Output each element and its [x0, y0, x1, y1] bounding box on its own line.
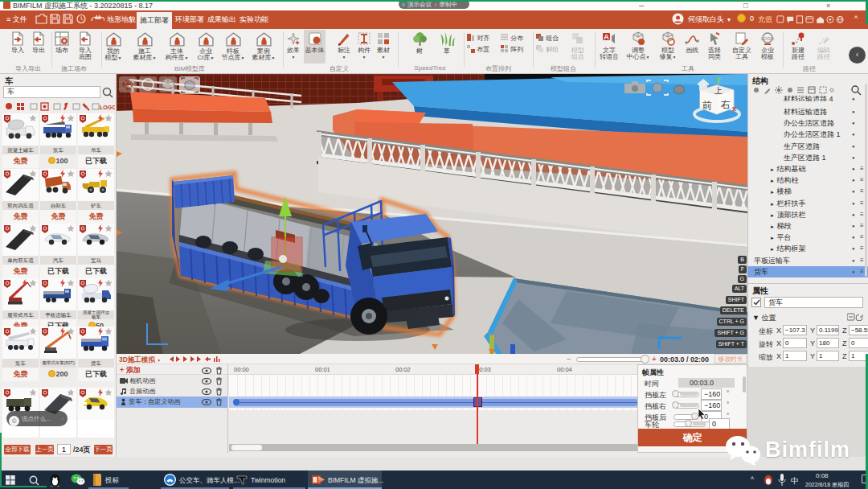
svg-text:A: A — [604, 33, 609, 41]
svg-text:x: x — [732, 105, 736, 113]
svg-text:右: 右 — [720, 99, 731, 110]
svg-text:y: y — [716, 75, 721, 84]
svg-text:LOGO: LOGO — [761, 36, 775, 41]
svg-text:LOGO: LOGO — [100, 105, 115, 110]
svg-text:上: 上 — [714, 86, 723, 95]
svg-text:前: 前 — [702, 100, 712, 111]
